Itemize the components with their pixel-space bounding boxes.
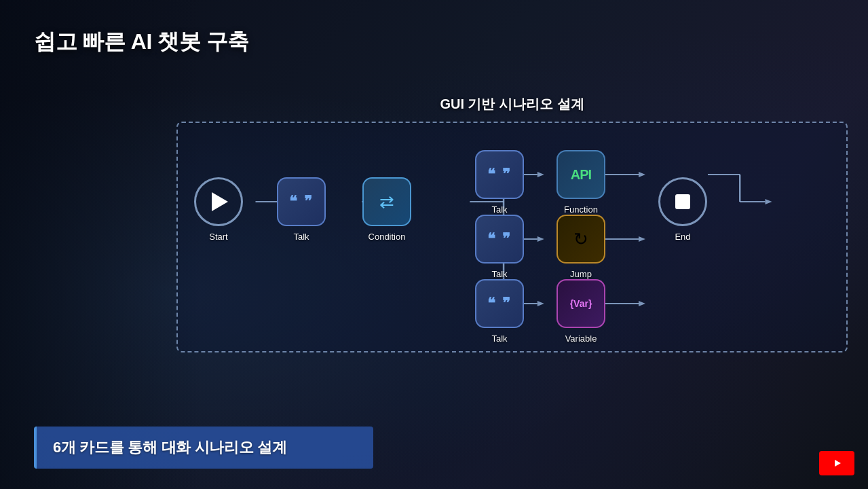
svg-marker-7: [537, 172, 544, 177]
function-icon: API: [556, 150, 605, 199]
talk3-node: ❝ ❞ Talk: [475, 215, 524, 279]
variable-icon: {Var}: [556, 279, 605, 328]
talk2-label: Talk: [491, 204, 507, 215]
talk4-quotes: ❝ ❞: [487, 296, 512, 311]
talk2-node: ❝ ❞ Talk: [475, 150, 524, 215]
talk1-label: Talk: [293, 232, 309, 242]
function-node: API Function: [556, 150, 605, 215]
talk3-quotes: ❝ ❞: [487, 232, 512, 247]
condition-icon: ⇄: [362, 177, 411, 226]
svg-marker-17: [639, 301, 645, 306]
play-triangle-icon: [212, 192, 228, 211]
main-title: 쉽고 빠른 AI 챗봇 구축: [34, 27, 249, 57]
talk4-node: ❝ ❞ Talk: [475, 279, 524, 344]
variable-label: Variable: [565, 333, 597, 344]
stop-square-icon: [675, 194, 690, 209]
talk1-icon: ❝ ❞: [277, 177, 326, 226]
svg-marker-9: [537, 236, 544, 242]
talk4-icon: ❝ ❞: [475, 279, 524, 328]
caption-bar: 6개 카드를 통해 대화 시나리오 설계: [34, 427, 373, 469]
talk3-icon: ❝ ❞: [475, 215, 524, 264]
svg-marker-11: [537, 301, 544, 306]
talk1-quotes: ❝ ❞: [289, 194, 314, 209]
svg-marker-15: [639, 236, 645, 242]
talk2-icon: ❝ ❞: [475, 150, 524, 199]
svg-marker-21: [766, 199, 772, 204]
variable-node: {Var} Variable: [556, 279, 605, 344]
api-text: API: [571, 167, 591, 183]
svg-marker-13: [639, 172, 645, 177]
condition-symbol: ⇄: [379, 192, 394, 213]
jump-icon: ↻: [556, 215, 605, 264]
end-label: End: [675, 232, 690, 242]
youtube-play-icon: [829, 458, 845, 469]
jump-label: Jump: [570, 269, 592, 279]
talk2-quotes: ❝ ❞: [487, 167, 512, 182]
start-node: Start: [194, 177, 243, 242]
main-content: 쉽고 빠른 AI 챗봇 구축 GUI 기반 시나리오 설계: [0, 0, 868, 489]
function-label: Function: [564, 204, 598, 215]
diagram-title: GUI 기반 시나리오 설계: [176, 95, 848, 113]
talk3-label: Talk: [491, 269, 507, 279]
jump-node: ↻ Jump: [556, 215, 605, 279]
diagram-box: Start ❝ ❞ Talk ⇄ Condition: [176, 122, 848, 352]
var-text: {Var}: [570, 298, 592, 309]
start-label: Start: [209, 232, 227, 242]
start-icon: [194, 177, 243, 226]
subscribe-button[interactable]: [819, 451, 854, 475]
end-node: End: [658, 177, 707, 242]
talk4-label: Talk: [491, 333, 507, 344]
condition-node: ⇄ Condition: [362, 177, 411, 242]
talk1-node: ❝ ❞ Talk: [277, 177, 326, 242]
diagram-inner: Start ❝ ❞ Talk ⇄ Condition: [191, 143, 833, 333]
jump-symbol: ↻: [573, 229, 588, 250]
end-icon: [658, 177, 707, 226]
condition-label: Condition: [369, 232, 406, 242]
diagram-wrapper: GUI 기반 시나리오 설계: [176, 95, 848, 414]
